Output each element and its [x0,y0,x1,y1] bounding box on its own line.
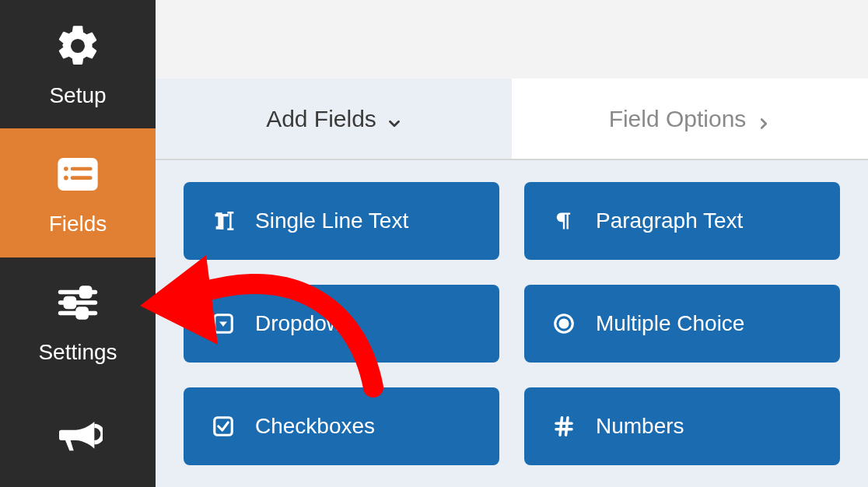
svg-text:T: T [215,208,229,233]
svg-point-1 [64,166,68,171]
chevron-down-icon [386,111,401,127]
megaphone-icon [53,409,103,459]
fields-panel: T Single Line Text Paragraph Text Dropdo… [156,160,868,487]
sidebar-item-label: Setup [49,83,106,108]
sidebar: Setup Fields Settings [0,0,156,487]
svg-rect-0 [58,158,97,191]
field-label: Dropdown [255,311,355,336]
field-label: Paragraph Text [596,208,743,233]
svg-point-17 [560,320,568,328]
svg-rect-8 [82,288,90,296]
field-checkboxes[interactable]: Checkboxes [184,387,499,465]
field-single-line-text[interactable]: T Single Line Text [184,182,499,260]
radio-icon [551,310,577,337]
tab-add-fields[interactable]: Add Fields [156,79,512,159]
field-label: Multiple Choice [596,311,744,336]
chevron-right-icon [755,111,771,127]
dropdown-icon [210,310,236,337]
sidebar-item-marketing[interactable] [0,386,156,487]
gear-icon [53,21,103,71]
tab-field-options[interactable]: Field Options [512,79,868,159]
field-label: Single Line Text [255,208,408,233]
svg-rect-4 [71,176,93,180]
sidebar-item-label: Settings [38,340,117,365]
sidebar-item-settings[interactable]: Settings [0,258,156,386]
main-panel: Add Fields Field Options T Single Line T… [156,0,868,487]
tab-label: Field Options [609,106,747,132]
sliders-icon [53,278,103,328]
svg-line-22 [566,418,569,436]
paragraph-icon [551,208,577,234]
field-label: Numbers [596,414,684,439]
sidebar-item-fields[interactable]: Fields [0,128,156,257]
text-cursor-icon: T [210,208,236,234]
checkbox-icon [210,413,236,440]
sidebar-item-label: Fields [49,212,107,236]
list-icon [53,149,103,199]
svg-line-21 [560,418,562,436]
svg-rect-2 [71,167,93,171]
sidebar-item-setup[interactable]: Setup [0,0,156,128]
svg-rect-10 [78,309,86,317]
svg-rect-9 [65,299,74,307]
field-multiple-choice[interactable]: Multiple Choice [524,285,840,363]
field-paragraph-text[interactable]: Paragraph Text [524,182,840,260]
top-bar [156,0,868,79]
field-dropdown[interactable]: Dropdown [184,285,499,363]
field-numbers[interactable]: Numbers [524,387,840,465]
field-label: Checkboxes [255,414,375,439]
tab-label: Add Fields [266,106,376,132]
svg-point-3 [64,176,68,180]
svg-rect-18 [215,418,233,436]
tabs: Add Fields Field Options [156,79,868,160]
hash-icon [551,413,577,440]
